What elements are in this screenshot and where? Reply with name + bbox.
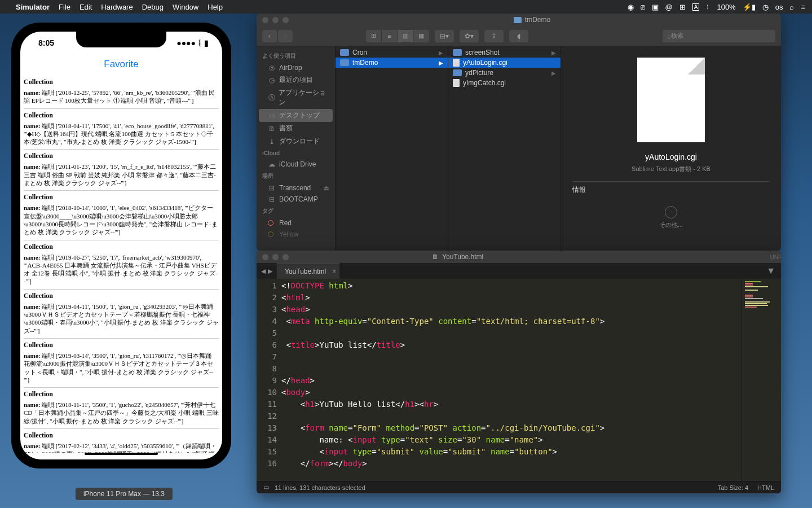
column-item[interactable]: screenShot▶ <box>448 47 561 58</box>
close-icon[interactable]: × <box>332 268 336 275</box>
column-item[interactable]: Cron▶ <box>336 47 448 58</box>
chevron-right-icon: ▶ <box>551 70 556 76</box>
box-icon[interactable]: ▣ <box>652 3 659 11</box>
sidebar-tag-red[interactable]: Red <box>257 217 335 229</box>
item-label: Cron <box>352 49 367 56</box>
battery-icon[interactable]: ⚡▮ <box>743 3 756 11</box>
home-indicator[interactable] <box>85 453 158 455</box>
minimize-button[interactable] <box>272 254 279 260</box>
code-area[interactable]: <!DOCTYPE html><html><head> <meta http-e… <box>281 279 742 481</box>
eject-icon[interactable]: ⏏ <box>323 184 329 192</box>
column-view-button[interactable]: ▥ <box>398 30 413 42</box>
signal-icon: ●●●● <box>176 38 196 47</box>
search-input[interactable]: ⌕ 検索 <box>663 30 775 42</box>
clock-icon[interactable]: ◷ <box>762 3 769 11</box>
icon-view-button[interactable]: ⊞ <box>366 30 382 42</box>
list-view-button[interactable]: ≡ <box>382 30 398 42</box>
sidebar-downloads[interactable]: ⤓ダウンロード <box>257 135 335 148</box>
menu-file[interactable]: File <box>59 3 70 11</box>
tab-next-icon[interactable]: ▶ <box>268 268 272 275</box>
gallery-view-button[interactable]: ▦ <box>413 30 429 42</box>
console-icon[interactable]: ▭ <box>263 484 269 491</box>
sidebar-bootcamp[interactable]: ⊟BOOTCAMP <box>257 194 335 205</box>
folder-icon <box>340 49 349 56</box>
sidebar-transcend[interactable]: ⊟Transcend⏏ <box>257 182 335 194</box>
sidebar-icloud-drive[interactable]: ☁iCloud Drive <box>257 159 335 170</box>
minimap[interactable] <box>742 279 781 481</box>
tab-menu-icon[interactable]: ▼ <box>761 263 781 279</box>
more-icon[interactable]: ⋯ <box>665 206 677 218</box>
forward-button[interactable]: › <box>278 30 293 42</box>
nav-title: Favorite <box>20 54 222 76</box>
back-button[interactable]: ‹ <box>262 30 277 42</box>
column-item[interactable]: yAutoLogin.cgi <box>448 58 561 68</box>
more-label[interactable]: その他... <box>659 221 683 228</box>
hamburger-icon[interactable]: ≡ <box>801 3 805 11</box>
menu-debug[interactable]: Debug <box>142 3 164 11</box>
zoom-button[interactable] <box>283 17 289 23</box>
editor-titlebar[interactable]: 🗎YouTube.html UNREGISTERED <box>257 251 781 263</box>
share-button[interactable]: ⇪ <box>484 30 504 42</box>
syntax-button[interactable]: HTML <box>757 484 774 491</box>
menu-window[interactable]: Window <box>173 3 198 11</box>
zoom-button[interactable] <box>283 254 289 260</box>
sidebar-tag-yellow[interactable]: Yellow <box>257 229 335 240</box>
record-icon[interactable]: ◉ <box>628 3 634 11</box>
arrange-button[interactable]: ⊟▾ <box>435 30 454 42</box>
column-1: Cron▶tmDemo▶ <box>336 46 448 251</box>
desktop-icon: ▭ <box>268 112 276 120</box>
user-label[interactable]: os <box>775 3 783 11</box>
at-icon[interactable]: @ <box>665 3 673 11</box>
table-row[interactable]: name: 端唄 ['2018-04-11', '17500', '41', '… <box>24 121 219 150</box>
wifi-icon[interactable]: ⧙ <box>706 3 710 11</box>
editor-body[interactable]: 12345678910111213141516 <!DOCTYPE html><… <box>257 279 781 481</box>
table-row[interactable]: name: 端唄 ['2018-12-25', '57892', '66', '… <box>24 87 219 109</box>
table-row[interactable]: name: 端唄 ['2019-04-11', '1500', '1', 'gi… <box>24 301 219 339</box>
sidebar-applications[interactable]: Ⓐアプリケーション <box>257 86 335 109</box>
close-button[interactable] <box>262 254 268 260</box>
spotlight-icon[interactable]: ⌕ <box>789 3 794 11</box>
file-icon: 🗎 <box>432 253 439 261</box>
preview-pane: yAutoLogin.cgi Sublime Text.app書類 - 2 KB… <box>561 46 781 251</box>
sidebar-recents[interactable]: ◷最近の項目 <box>257 73 335 86</box>
table-row[interactable]: name: 端唄 ['2018-10-14', '1000', '1', 'el… <box>24 203 219 240</box>
table-row[interactable]: name: 端唄 ['2018-11-11', '3500', '1', 'gu… <box>24 400 219 429</box>
tab-size-button[interactable]: Tab Size: 4 <box>718 484 748 491</box>
menu-help[interactable]: Help <box>208 3 223 11</box>
minimize-button[interactable] <box>272 17 279 23</box>
table-row[interactable]: name: 端唄 ['2019-03-14', '3500', '1', 'gi… <box>24 351 219 388</box>
tab-label: YouTube.html <box>285 268 326 275</box>
app-name[interactable]: Simulator <box>16 3 50 11</box>
table-row[interactable]: name: 端唄 ['2019-06-27', '5250', '17', 'f… <box>24 252 219 290</box>
close-button[interactable] <box>262 17 268 23</box>
sidebar-desktop[interactable]: ▭デスクトップ <box>259 109 333 122</box>
tag-button[interactable]: ◖ <box>509 30 528 42</box>
menu-edit[interactable]: Edit <box>80 3 92 11</box>
action-button[interactable]: ✿▾ <box>460 30 479 42</box>
table-row[interactable]: name: 端唄 ['2017-02-12', '3433', '4', 'ol… <box>24 441 219 453</box>
sidebar-airdrop[interactable]: ◎AirDrop <box>257 62 335 73</box>
section-header: Collection <box>24 150 219 161</box>
column-item[interactable]: tmDemo▶ <box>336 58 448 68</box>
cloud-icon: ☁ <box>268 160 276 168</box>
screen-icon[interactable]: ⎚ <box>641 3 645 11</box>
icloud-header: iCloud <box>257 148 335 159</box>
layout-icon[interactable]: ⊞ <box>679 3 686 11</box>
table-view[interactable]: Collectionname: 端唄 ['2018-12-25', '57892… <box>20 76 222 453</box>
item-label: screenShot <box>465 49 500 56</box>
tab-prev-icon[interactable]: ◀ <box>261 268 266 275</box>
finder-titlebar[interactable]: tmDemo <box>257 14 781 26</box>
applications-icon: Ⓐ <box>268 94 275 102</box>
column-item[interactable]: ydPicture▶ <box>448 68 561 78</box>
folder-icon <box>453 49 462 56</box>
table-row[interactable]: name: 端唄 ['2011-01-23', '1200', '15', 'm… <box>24 161 219 191</box>
menu-hardware[interactable]: Hardware <box>101 3 133 11</box>
input-icon[interactable]: A <box>692 3 700 11</box>
column-item[interactable]: yImgCatch.cgi <box>448 78 561 88</box>
phone-screen[interactable]: 8:05 ●●●● ⧙ ▮ Favorite Collectionname: 端… <box>20 32 222 459</box>
item-label: yAutoLogin.cgi <box>463 59 508 67</box>
downloads-icon: ⤓ <box>268 138 276 146</box>
file-tab[interactable]: YouTube.html × <box>277 263 339 279</box>
phone-frame: 8:05 ●●●● ⧙ ▮ Favorite Collectionname: 端… <box>11 23 231 468</box>
sidebar-documents[interactable]: 🗎書類 <box>257 122 335 135</box>
